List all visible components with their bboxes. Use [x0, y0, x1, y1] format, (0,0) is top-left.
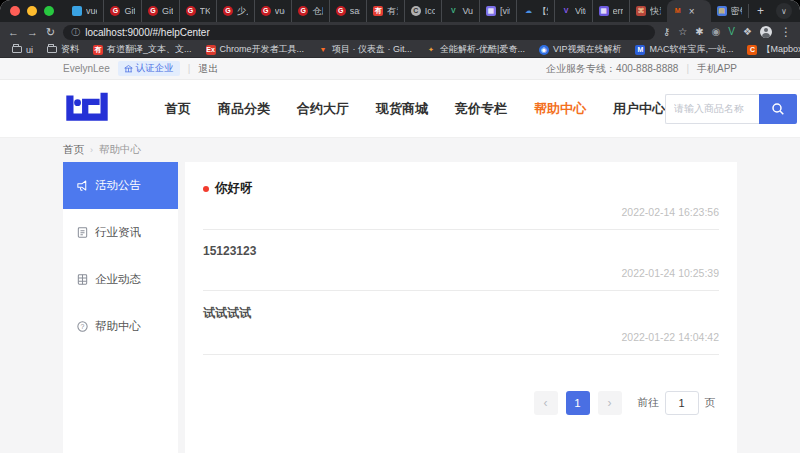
page-1-button[interactable]: 1 — [566, 391, 590, 415]
key-icon[interactable]: ⚷ — [663, 27, 670, 37]
product-search — [665, 94, 797, 124]
tab[interactable]: ▦errc — [592, 0, 630, 22]
tab[interactable]: G少儿 — [216, 0, 254, 22]
bookmark-star-icon[interactable]: ☆ — [678, 27, 687, 37]
notice-row[interactable]: 151231232022-01-24 10:25:39 — [203, 230, 719, 291]
tab[interactable]: ▦[vit — [479, 0, 517, 22]
nav-item-竞价专栏[interactable]: 竞价专栏 — [455, 100, 507, 118]
record-extension-icon[interactable]: ◉ — [712, 27, 721, 37]
new-tab-button[interactable]: + — [748, 4, 772, 18]
bookmark-item[interactable]: ui — [12, 45, 33, 55]
username-text[interactable]: EvelynLee — [63, 63, 110, 74]
sidebar-item-行业资讯[interactable]: 行业资讯 — [63, 209, 178, 256]
logout-link[interactable]: 退出 — [198, 62, 218, 76]
mobile-app-link[interactable]: 手机APP — [697, 62, 737, 76]
search-button[interactable] — [759, 94, 797, 124]
site-info-icon[interactable]: ⓘ — [71, 26, 80, 39]
tab-label: vue — [275, 6, 286, 16]
tab[interactable]: VVue — [441, 0, 479, 22]
tab-close-icon[interactable]: × — [689, 6, 695, 17]
tab[interactable]: CIcon — [404, 0, 442, 22]
bookmark-label: Chrome开发者工具... — [220, 43, 305, 56]
sidebar-item-label: 企业动态 — [95, 272, 141, 287]
bookmark-item[interactable]: 有有道翻译_文本、文... — [93, 43, 192, 56]
next-page-button[interactable]: › — [598, 391, 622, 415]
bookmark-item[interactable]: ◉VIP视频在线解析 — [539, 43, 622, 56]
search-icon — [771, 102, 785, 116]
sidebar-item-企业动态[interactable]: 企业动态 — [63, 256, 178, 303]
tab[interactable]: Gsas — [329, 0, 367, 22]
goto-page-input[interactable] — [665, 391, 699, 415]
nav-item-首页[interactable]: 首页 — [165, 100, 191, 118]
tab[interactable]: vue — [66, 0, 103, 22]
nav-item-合约大厅[interactable]: 合约大厅 — [297, 100, 349, 118]
main-nav: 首页商品分类合约大厅现货商城竞价专栏帮助中心用户中心 — [0, 80, 800, 138]
bookmark-favicon-icon: ▼ — [318, 45, 328, 55]
bookmark-item[interactable]: ✦全能解析-优酷|爱奇... — [426, 43, 525, 56]
tab[interactable]: GGite — [141, 0, 179, 22]
notice-row[interactable]: 你好呀2022-02-14 16:23:56 — [203, 166, 719, 230]
tab-favicon-icon: ▦ — [486, 6, 496, 16]
notice-row[interactable]: 试试试试2022-01-22 14:04:42 — [203, 291, 719, 355]
maximize-window-button[interactable] — [44, 6, 54, 16]
bookmark-item[interactable]: ▼项目 · 仪表盘 · Git... — [318, 43, 412, 56]
nav-item-现货商城[interactable]: 现货商城 — [376, 100, 428, 118]
vue-devtools-extension-icon[interactable]: V — [728, 27, 735, 37]
tab-label: errc — [613, 6, 624, 16]
bookmark-item[interactable]: MMAC软件宝库,一站... — [635, 43, 733, 56]
tab-favicon-icon: G — [223, 6, 233, 16]
reload-icon[interactable]: ↻ — [46, 27, 55, 38]
bookmark-item[interactable]: ExChrome开发者工具... — [206, 43, 305, 56]
nav-item-商品分类[interactable]: 商品分类 — [218, 100, 270, 118]
goto-label: 前往 — [638, 396, 659, 410]
pagination: ‹ 1 › 前往 页 — [203, 391, 719, 415]
verified-company-badge[interactable]: 认证企业 — [118, 61, 180, 76]
back-icon[interactable]: ← — [8, 27, 19, 38]
tab[interactable]: ☁【知 — [516, 0, 554, 22]
tab-label: [vit — [500, 6, 511, 16]
nav-item-用户中心[interactable]: 用户中心 — [613, 100, 665, 118]
tab-favicon-icon: M — [673, 6, 683, 16]
breadcrumb-home[interactable]: 首页 — [63, 143, 84, 157]
minimize-window-button[interactable] — [27, 6, 37, 16]
tab-favicon-icon: 有 — [373, 6, 383, 16]
extensions-puzzle-icon[interactable]: ❖ — [743, 27, 752, 37]
tab[interactable]: GTKI — [179, 0, 217, 22]
tab[interactable]: 有有道 — [366, 0, 404, 22]
topbar-divider: | — [188, 63, 191, 74]
search-input[interactable] — [665, 94, 759, 124]
bookmark-favicon-icon: C — [747, 45, 757, 55]
bookmark-item[interactable]: C【Mapbox GL JS... — [747, 43, 800, 56]
tab-search-chevron-icon[interactable]: ∨ — [776, 3, 792, 19]
folder-icon — [47, 46, 57, 53]
sidebar-item-帮助中心[interactable]: ?帮助中心 — [63, 303, 178, 350]
topbar-divider-2: | — [686, 63, 689, 74]
forward-icon[interactable]: → — [27, 27, 38, 38]
tab[interactable]: Gvue — [254, 0, 292, 22]
tab[interactable]: GGite — [103, 0, 141, 22]
profile-avatar[interactable] — [760, 26, 772, 38]
notice-title: 你好呀 — [203, 180, 719, 197]
tab[interactable]: G仓库 — [291, 0, 329, 22]
bookmark-label: 资料 — [61, 43, 79, 56]
close-window-button[interactable] — [10, 6, 20, 16]
chrome-menu-icon[interactable]: ⋮ — [780, 26, 792, 38]
nav-item-帮助中心[interactable]: 帮助中心 — [534, 100, 586, 118]
prev-page-button[interactable]: ‹ — [534, 391, 558, 415]
adblock-extension-icon[interactable]: ✱ — [695, 27, 703, 37]
address-bar[interactable]: ⓘ localhost:9000/#/helpCenter — [63, 25, 655, 40]
sidebar-item-label: 活动公告 — [95, 178, 141, 193]
tab-label: 【知 — [537, 5, 548, 18]
sidebar-item-活动公告[interactable]: 活动公告 — [63, 162, 178, 209]
bookmark-item[interactable]: 资料 — [47, 43, 79, 56]
bookmark-favicon-icon: 有 — [93, 45, 103, 55]
tab[interactable]: ⌘快速 — [629, 0, 667, 22]
tab[interactable]: VVite — [554, 0, 592, 22]
bookmark-label: 有道翻译_文本、文... — [107, 43, 192, 56]
tab-favicon-icon: ⌘ — [636, 6, 646, 16]
tab-active[interactable]: M× — [667, 0, 711, 22]
tab[interactable]: ▤密钥 — [711, 0, 748, 22]
site-logo[interactable] — [63, 91, 111, 127]
tab-label: 仓库 — [312, 5, 323, 18]
tab-favicon-icon: G — [298, 6, 308, 16]
